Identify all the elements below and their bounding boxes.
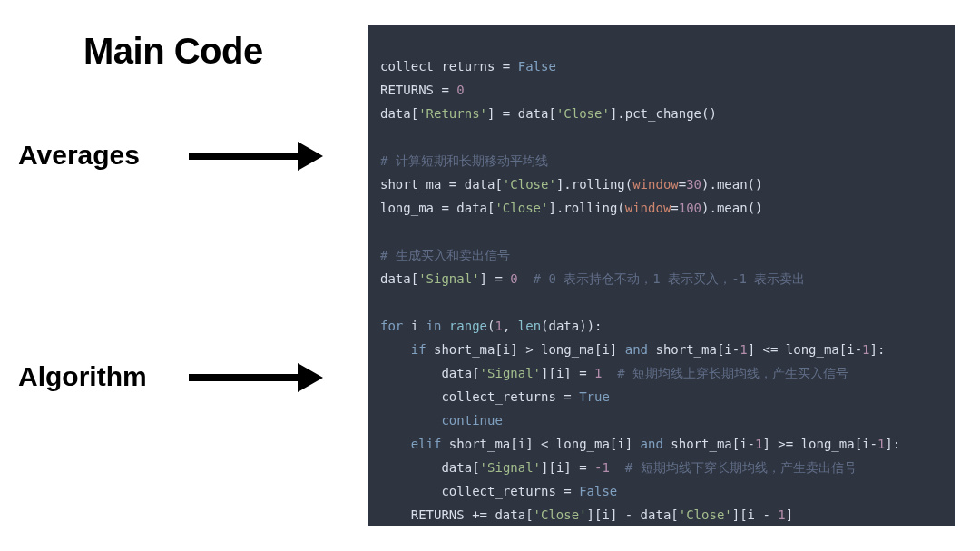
code-line: collect_returns = False	[380, 59, 556, 74]
code-line: for i in range(1, len(data)):	[380, 319, 603, 333]
code-line: if short_ma[i] > long_ma[i] and short_ma…	[380, 342, 885, 357]
code-line: data['Signal'][i] = -1 # 短期均线下穿长期均线，产生卖出…	[380, 460, 857, 475]
code-line: RETURNS += data['Close'][i] - data['Clos…	[380, 507, 793, 522]
code-line: elif short_ma[i] < long_ma[i] and short_…	[380, 437, 900, 451]
code-line: continue	[380, 413, 503, 428]
title-label: Main Code	[83, 31, 263, 72]
code-line: collect_returns = True	[380, 389, 610, 404]
averages-label: Averages	[18, 140, 140, 171]
code-line: data['Returns'] = data['Close'].pct_chan…	[380, 106, 717, 121]
code-line: short_ma = data['Close'].rolling(window=…	[380, 177, 762, 192]
arrow-averages	[189, 142, 323, 171]
code-line: collect_returns = False	[380, 484, 617, 498]
code-line: long_ma = data['Close'].rolling(window=1…	[380, 201, 763, 215]
code-panel: collect_returns = False RETURNS = 0 data…	[368, 25, 956, 526]
code-line: # 生成买入和卖出信号	[380, 248, 510, 262]
code-line: data['Signal'][i] = 1 # 短期均线上穿长期均线，产生买入信…	[380, 366, 848, 380]
code-line: RETURNS = 0	[380, 83, 465, 97]
algorithm-label: Algorithm	[18, 361, 147, 392]
code-line: data['Signal'] = 0 # 0 表示持仓不动，1 表示买入，-1 …	[380, 271, 805, 286]
code-line: # 计算短期和长期移动平均线	[380, 153, 548, 168]
arrow-algorithm	[189, 363, 323, 392]
